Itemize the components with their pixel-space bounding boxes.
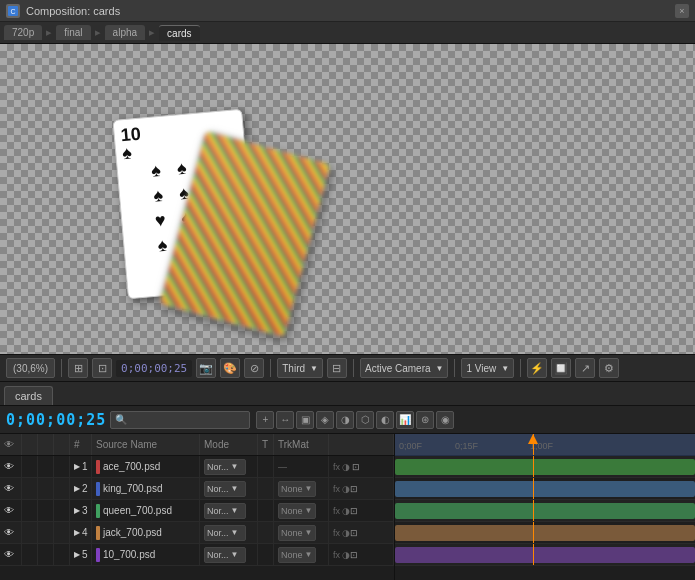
fast-preview-btn[interactable]: ⚡ <box>527 358 547 378</box>
color-picker-btn[interactable]: 🎨 <box>220 358 240 378</box>
layer-4-mode[interactable]: Nor...▼ <box>200 522 258 543</box>
transfer-btn[interactable]: ↔ <box>276 411 294 429</box>
window-title: Composition: cards <box>26 5 675 17</box>
ruler-mark-0: 0;00F <box>399 441 422 451</box>
layer-4-shy[interactable] <box>54 522 70 543</box>
layer-5-eye[interactable]: 👁 <box>0 544 22 565</box>
layer-5-trkmat[interactable]: None▼ <box>274 544 329 565</box>
camera-dropdown[interactable]: Active Camera ▼ <box>360 358 449 378</box>
zoom-level-btn[interactable]: (30,6%) <box>6 358 55 378</box>
layer-5-expand[interactable]: ▶ <box>74 550 80 559</box>
search-box: 🔍 <box>110 411 250 429</box>
layer-3-expand[interactable]: ▶ <box>74 506 80 515</box>
timeline-tab-cards[interactable]: cards <box>4 386 53 405</box>
layer-3-shy[interactable] <box>54 500 70 521</box>
current-time-display[interactable]: 0;00;00;25 <box>6 411 106 429</box>
layer-row-4: 👁 ▶ 4 jack_700.psd Nor...▼ None▼ <box>0 522 394 544</box>
layer-4-name: jack_700.psd <box>92 522 200 543</box>
layer-5-solo[interactable] <box>22 544 38 565</box>
layer-row-2: 👁 ▶ 2 king_700.psd Nor...▼ None▼ <box>0 478 394 500</box>
track-1-bar <box>395 459 695 475</box>
solo-btn[interactable]: ◉ <box>436 411 454 429</box>
layer-4-trkmat[interactable]: None▼ <box>274 522 329 543</box>
playhead[interactable] <box>533 434 534 455</box>
view-preset-dropdown[interactable]: Third ▼ <box>277 358 323 378</box>
layer-5-shy[interactable] <box>54 544 70 565</box>
snapshot-btn[interactable]: 📷 <box>196 358 216 378</box>
layer-1-lock[interactable] <box>38 456 54 477</box>
layer-2-expand[interactable]: ▶ <box>74 484 80 493</box>
layer-2-mode[interactable]: Nor...▼ <box>200 478 258 499</box>
view-count-chevron: ▼ <box>501 364 509 373</box>
close-button[interactable]: × <box>675 4 689 18</box>
layer-row-3: 👁 ▶ 3 queen_700.psd Nor...▼ None▼ <box>0 500 394 522</box>
track-1 <box>395 456 695 478</box>
layer-2-solo[interactable] <box>22 478 38 499</box>
layer-1-num: ▶ 1 <box>70 456 92 477</box>
tab-cards[interactable]: cards <box>159 25 199 41</box>
grid-toggle-btn[interactable]: ⊞ <box>68 358 88 378</box>
view-count-dropdown[interactable]: 1 View ▼ <box>461 358 514 378</box>
layer-row-1: 👁 ▶ 1 ace_700.psd Nor...▼ — <box>0 456 394 478</box>
add-layer-btn[interactable]: + <box>256 411 274 429</box>
layer-1-eye[interactable]: 👁 <box>0 456 22 477</box>
layer-5-mode[interactable]: Nor...▼ <box>200 544 258 565</box>
layer-3-mode[interactable]: Nor...▼ <box>200 500 258 521</box>
layer-tracks <box>395 456 695 580</box>
layer-4-expand[interactable]: ▶ <box>74 528 80 537</box>
layer-4-eye[interactable]: 👁 <box>0 522 22 543</box>
timeline-controls: 0;00;00;25 🔍 + ↔ ▣ ◈ ◑ ⬡ ◐ 📊 ⊛ ◉ <box>0 406 695 434</box>
layer-2-trkmat[interactable]: None▼ <box>274 478 329 499</box>
timeline-section: cards 0;00;00;25 🔍 + ↔ ▣ ◈ ◑ ⬡ ◐ 📊 ⊛ ◉ 👁 <box>0 382 695 580</box>
flow-btn[interactable]: ⊘ <box>244 358 264 378</box>
composition-tabs: 720p ▸ final ▸ alpha ▸ cards <box>0 22 695 44</box>
layer-5-lock[interactable] <box>38 544 54 565</box>
layer-3-solo[interactable] <box>22 500 38 521</box>
tab-720p[interactable]: 720p <box>4 25 42 40</box>
layer-1-name: ace_700.psd <box>92 456 200 477</box>
track-5 <box>395 544 695 566</box>
layer-1-expand[interactable]: ▶ <box>74 462 80 471</box>
layer-2-eye[interactable]: 👁 <box>0 478 22 499</box>
layer-4-fx-btns: fx ◑ ⊡ <box>329 522 394 543</box>
layer-1-mode[interactable]: Nor...▼ <box>200 456 258 477</box>
layer-5-name: 10_700.psd <box>92 544 200 565</box>
view-preset-chevron: ▼ <box>310 364 318 373</box>
motion-blur-btn[interactable]: ◑ <box>336 411 354 429</box>
layer-4-lock[interactable] <box>38 522 54 543</box>
header-num: # <box>70 434 92 455</box>
layer-1-trkmat: — <box>274 456 329 477</box>
layer-2-lock[interactable] <box>38 478 54 499</box>
safe-zones-btn[interactable]: ⊡ <box>92 358 112 378</box>
layer-list-container: 👁 # Source Name Mode T TrkMat 👁 ▶ 1 <box>0 434 695 580</box>
layer-2-shy[interactable] <box>54 478 70 499</box>
shadow-btn[interactable]: ◐ <box>376 411 394 429</box>
layer-5-color <box>96 548 100 562</box>
layer-1-shy[interactable] <box>54 456 70 477</box>
layer-header: 👁 # Source Name Mode T TrkMat <box>0 434 394 456</box>
layer-3-t <box>258 500 274 521</box>
layer-3-lock[interactable] <box>38 500 54 521</box>
layer-3-num: ▶ 3 <box>70 500 92 521</box>
track-2-bar <box>395 481 695 497</box>
export-btn[interactable]: ↗ <box>575 358 595 378</box>
layer-3-trkmat[interactable]: None▼ <box>274 500 329 521</box>
flow2-btn[interactable]: ⊛ <box>416 411 434 429</box>
chart-btn[interactable]: 📊 <box>396 411 414 429</box>
comp-flow-btn[interactable]: ◈ <box>316 411 334 429</box>
layer-4-solo[interactable] <box>22 522 38 543</box>
render-queue-btn[interactable]: 🔲 <box>551 358 571 378</box>
draft-3d-btn[interactable]: ⬡ <box>356 411 374 429</box>
layer-4-num: ▶ 4 <box>70 522 92 543</box>
title-bar: C Composition: cards × <box>0 0 695 22</box>
region-btn[interactable]: ⊟ <box>327 358 347 378</box>
search-input[interactable] <box>130 414 245 425</box>
tab-alpha[interactable]: alpha <box>105 25 145 40</box>
layer-4-t <box>258 522 274 543</box>
layer-3-eye[interactable]: 👁 <box>0 500 22 521</box>
tab-final[interactable]: final <box>56 25 90 40</box>
search-icon: 🔍 <box>115 414 127 425</box>
layer-1-solo[interactable] <box>22 456 38 477</box>
settings-btn[interactable]: ⚙ <box>599 358 619 378</box>
track-matte-btn[interactable]: ▣ <box>296 411 314 429</box>
